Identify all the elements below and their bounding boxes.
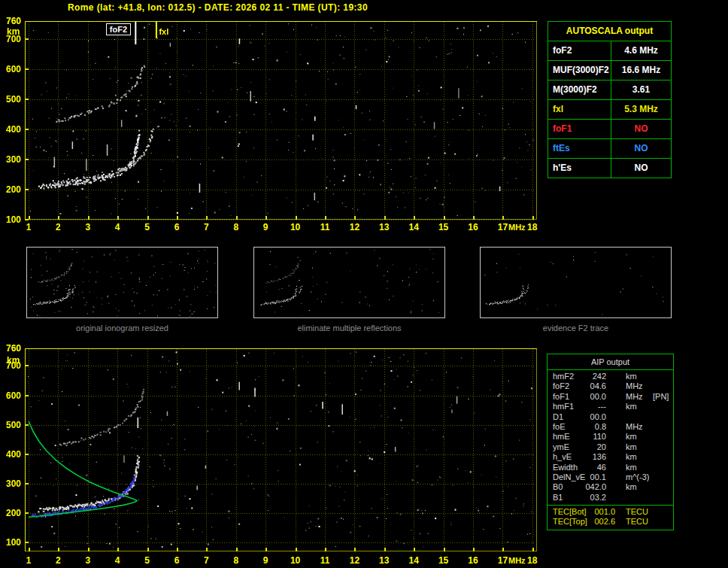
autoscala-row-value: 4.6 MHz xyxy=(611,41,671,60)
x-tick-label: 3 xyxy=(78,555,98,566)
y-tick-label: 200 xyxy=(2,184,21,195)
y-tick-label: 100 xyxy=(2,537,21,548)
x-tick-label: 6 xyxy=(167,555,187,566)
autoscala-row-label: foF2 xyxy=(548,41,611,60)
autoscala-row-label: h'Es xyxy=(548,159,611,178)
y-tick-label: 300 xyxy=(2,478,21,489)
autoscala-row-label: foF1 xyxy=(548,120,611,138)
x-tick-label: 10 xyxy=(286,555,305,566)
aip-row-unit: m^(-3) xyxy=(626,472,649,482)
thumbnail-canvas xyxy=(254,248,444,317)
autoscala-panel-title: AUTOSCALA output xyxy=(548,22,671,41)
y-tick-label: 400 xyxy=(2,449,21,460)
aip-row-value: 00.0 xyxy=(581,412,606,422)
aip-row-label: hmF2 xyxy=(553,372,574,381)
x-tick-label: 2 xyxy=(48,222,68,232)
thumbnail-caption: evidence F2 trace xyxy=(479,323,672,333)
aip-row-value: 03.2 xyxy=(581,493,606,503)
aip-tec-row-unit: TECU xyxy=(626,507,648,517)
autoscala-row-label: ftEs xyxy=(548,139,611,158)
autoscala-row: foF1NO xyxy=(548,120,671,139)
aip-tec-row-label: TEC[Top] xyxy=(553,517,587,527)
x-tick-label: 7 xyxy=(196,555,216,566)
aip-row-unit: MHz xyxy=(626,422,643,432)
thumbnail-caption: original ionogram resized xyxy=(26,323,219,333)
autoscala-row-value: NO xyxy=(611,139,671,158)
autoscala-row-value: 16.6 MHz xyxy=(611,61,671,80)
autoscala-row-value: NO xyxy=(611,120,671,138)
x-tick-label: 14 xyxy=(404,222,423,232)
x-tick-label: 9 xyxy=(256,222,275,232)
x-axis-unit-label: MHz xyxy=(508,223,526,232)
y-tick-label: 500 xyxy=(2,94,21,105)
x-tick-label: 9 xyxy=(256,555,275,566)
x-tick-label: 4 xyxy=(108,555,127,566)
autoscala-row: foF24.6 MHz xyxy=(548,41,671,61)
x-tick-label: 8 xyxy=(226,555,246,566)
x-tick-label: 8 xyxy=(226,222,246,232)
aip-row-label: B0 xyxy=(553,482,563,492)
aip-row: B103.2 xyxy=(548,493,673,503)
aip-row-value: 00.0 xyxy=(581,392,606,402)
x-tick-label: 5 xyxy=(138,555,157,566)
aip-row-extra: [PN] xyxy=(653,392,669,402)
x-tick-label: 2 xyxy=(48,555,68,566)
aip-row-label: D1 xyxy=(553,412,563,422)
aip-output-panel: AIP output hmF2242kmfoF204.6MHzfoF100.0M… xyxy=(547,354,674,530)
thumbnail-panel xyxy=(480,247,672,318)
autoscala-row-label: fxl xyxy=(548,100,611,119)
x-tick-label: 15 xyxy=(434,222,453,232)
aip-row-unit: km xyxy=(626,442,637,452)
aip-panel-title: AIP output xyxy=(548,354,673,370)
aip-row-unit: km xyxy=(626,463,637,472)
aip-row: hmF1---km xyxy=(548,402,673,412)
aip-row-label: hmE xyxy=(553,432,570,442)
aip-row: foF204.6MHz xyxy=(548,381,673,391)
autoscala-row: h'EsNO xyxy=(548,159,671,178)
autoscala-row: ftEsNO xyxy=(548,139,671,159)
aip-row-label: ymE xyxy=(553,442,569,452)
autoscala-output-panel: AUTOSCALA output foF24.6 MHzMUF(3000)F21… xyxy=(548,21,672,178)
thumbnail-canvas xyxy=(481,248,671,317)
y-tick-label: 760 xyxy=(2,16,21,26)
thumbnail-panel xyxy=(253,247,445,318)
x-tick-label: 4 xyxy=(108,222,127,232)
y-axis-unit-label: km xyxy=(7,26,20,37)
aip-row-label: h_vE xyxy=(553,452,572,462)
aip-tec-row: TEC[Bot]001.0TECU xyxy=(548,507,673,517)
aip-row-value: --- xyxy=(581,402,606,412)
aip-row-value: 136 xyxy=(581,452,606,462)
x-tick-label: 11 xyxy=(315,555,335,566)
aip-row: h_vE136km xyxy=(548,452,673,462)
aip-row-unit: MHz xyxy=(626,392,643,402)
thumbnail-panel xyxy=(26,247,218,318)
aip-row: foF100.0MHz[PN] xyxy=(548,392,673,402)
x-tick-label: 11 xyxy=(315,222,335,232)
aip-row: B0042.0km xyxy=(548,482,673,492)
x-tick-label: 15 xyxy=(434,555,453,566)
x-tick-label: 13 xyxy=(375,222,394,232)
aip-row: hmE110km xyxy=(548,432,673,442)
aip-tec-row-unit: TECU xyxy=(626,517,648,527)
x-tick-label: 13 xyxy=(375,555,394,566)
aip-row-unit: km xyxy=(626,402,637,412)
aip-row-label: foF2 xyxy=(553,381,569,391)
aip-row-label: B1 xyxy=(553,493,563,503)
autoscala-rows: foF24.6 MHzMUF(3000)F216.6 MHzM(3000)F23… xyxy=(548,41,671,178)
y-tick-label: 600 xyxy=(2,64,21,74)
aip-row-label: foE xyxy=(553,422,566,432)
fof2-marker-label: foF2 xyxy=(106,23,131,35)
aip-row-value: 20 xyxy=(581,442,606,452)
aip-row: Ewidth46km xyxy=(548,463,673,472)
aip-row-value: 110 xyxy=(581,432,606,442)
aip-row-value: 0.8 xyxy=(581,422,606,432)
y-tick-label: 760 xyxy=(2,343,21,354)
x-tick-label: 5 xyxy=(138,222,157,232)
autoscala-row-label: M(3000)F2 xyxy=(548,80,611,99)
autoscala-row: fxl5.3 MHz xyxy=(548,100,671,120)
thumbnail-caption: eliminate multiple reflections xyxy=(253,323,446,333)
autoscala-row-value: 5.3 MHz xyxy=(611,100,671,119)
aip-tec-row-value: 001.0 xyxy=(588,507,615,517)
thumbnail-canvas xyxy=(27,248,217,317)
x-tick-label: 3 xyxy=(78,222,98,232)
